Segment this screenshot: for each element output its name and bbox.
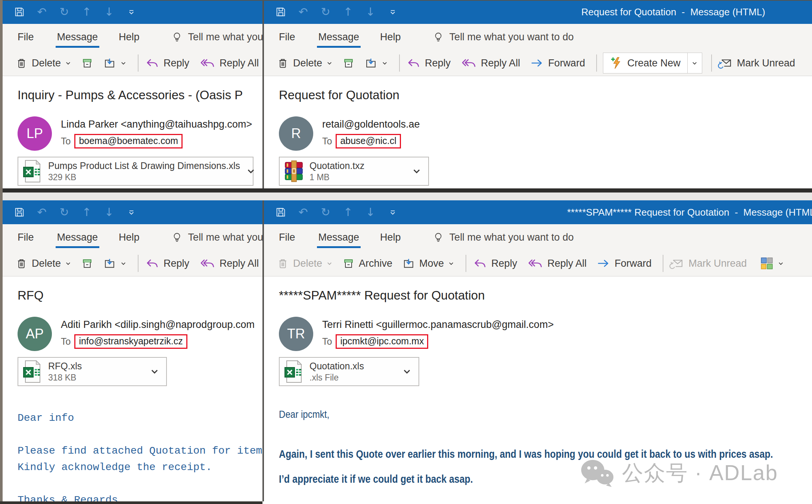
- arrow-down-icon[interactable]: ↓: [103, 5, 115, 19]
- body-line: I’d appreciate it if we could get it bac…: [279, 473, 473, 485]
- watermark-text: 公众号 · ADLab: [622, 459, 778, 488]
- arrow-up-icon[interactable]: ↑: [342, 206, 354, 219]
- avatar[interactable]: AP: [18, 317, 52, 351]
- move-button[interactable]: [103, 257, 127, 270]
- tab-file[interactable]: File: [17, 30, 35, 44]
- categories-button[interactable]: [760, 257, 784, 270]
- delete-button[interactable]: Delete: [15, 257, 71, 270]
- mark-unread-button[interactable]: Mark Unread: [718, 57, 795, 69]
- attachment-chip[interactable]: RFQ.xls 318 KB: [18, 357, 167, 386]
- reply-all-button[interactable]: Reply All: [460, 57, 520, 69]
- tab-file[interactable]: File: [278, 30, 296, 44]
- chevron-down-icon[interactable]: [778, 260, 784, 267]
- tell-me-label: Tell me what you want to do: [188, 232, 262, 243]
- avatar[interactable]: LP: [18, 116, 52, 151]
- move-button[interactable]: Move: [402, 257, 454, 270]
- forward-button[interactable]: Forward: [596, 257, 651, 269]
- create-new-dropdown[interactable]: [687, 53, 702, 73]
- recipient-address-highlighted[interactable]: boema@boematec.com: [74, 134, 183, 148]
- chevron-down-icon[interactable]: [402, 367, 412, 376]
- create-new-button[interactable]: Create New: [603, 53, 702, 73]
- arrow-down-icon[interactable]: ↓: [364, 206, 377, 219]
- redo-icon[interactable]: ↻: [319, 5, 332, 19]
- move-folder-icon: [103, 57, 116, 69]
- titlebar: ↶ ↻ ↑ ↓: [3, 200, 262, 224]
- arrow-down-icon[interactable]: ↓: [364, 5, 377, 19]
- redo-icon[interactable]: ↻: [58, 5, 71, 19]
- tab-message[interactable]: Message: [318, 30, 360, 44]
- reply-button[interactable]: Reply: [406, 57, 451, 69]
- attachment-chip[interactable]: Quotation.txz 1 MB: [279, 157, 429, 186]
- customize-quick-access-icon[interactable]: [125, 206, 138, 219]
- tell-me-search[interactable]: Tell me what you want to do: [432, 232, 574, 244]
- undo-icon[interactable]: ↶: [35, 206, 48, 219]
- attachment-chip[interactable]: Quotation.xls .xls File: [279, 357, 419, 386]
- customize-quick-access-icon[interactable]: [386, 206, 399, 219]
- undo-icon[interactable]: ↶: [35, 5, 48, 19]
- sender-name[interactable]: Terri Rinetti <guillermoc.panamascrub@gm…: [322, 319, 554, 331]
- forward-button[interactable]: Forward: [530, 57, 585, 69]
- redo-icon[interactable]: ↻: [319, 206, 332, 219]
- tab-help[interactable]: Help: [118, 30, 140, 44]
- sender-name[interactable]: retail@goldentools.ae: [322, 119, 420, 130]
- reply-button[interactable]: Reply: [144, 257, 189, 269]
- avatar[interactable]: TR: [279, 317, 313, 351]
- move-button[interactable]: [103, 57, 127, 69]
- chevron-down-icon[interactable]: [382, 60, 388, 66]
- chevron-down-icon[interactable]: [448, 260, 454, 267]
- attachment-chip[interactable]: Pumps Product List & Drawing Dimensions.…: [18, 157, 253, 186]
- reply-all-button[interactable]: Reply All: [527, 257, 587, 269]
- undo-icon[interactable]: ↶: [297, 5, 309, 19]
- tab-file[interactable]: File: [17, 230, 35, 245]
- move-button[interactable]: [364, 57, 388, 69]
- ribbon-separator: [596, 54, 597, 72]
- reply-all-button[interactable]: Reply All: [199, 57, 259, 69]
- sender-name[interactable]: Linda Parker <anything@taihuashpg.com>: [61, 119, 252, 130]
- reply-all-button[interactable]: Reply All: [199, 257, 259, 269]
- tab-help[interactable]: Help: [379, 230, 402, 245]
- tab-message[interactable]: Message: [318, 230, 360, 245]
- chevron-down-icon[interactable]: [412, 166, 421, 176]
- delete-button[interactable]: Delete: [15, 57, 71, 69]
- tab-help[interactable]: Help: [379, 30, 402, 44]
- customize-quick-access-icon[interactable]: [386, 5, 399, 19]
- tab-message[interactable]: Message: [56, 30, 99, 44]
- save-icon[interactable]: [274, 206, 287, 219]
- undo-icon[interactable]: ↶: [297, 206, 309, 219]
- archive-button[interactable]: Archive: [342, 257, 392, 270]
- sender-name[interactable]: Aditi Parikh <dilip.singh@naprodgroup.co…: [61, 319, 255, 331]
- archive-button[interactable]: [81, 257, 93, 270]
- arrow-up-icon[interactable]: ↑: [342, 5, 354, 19]
- reply-button[interactable]: Reply: [144, 57, 189, 69]
- tab-message[interactable]: Message: [56, 230, 99, 245]
- arrow-down-icon[interactable]: ↓: [103, 206, 115, 219]
- chevron-down-icon[interactable]: [65, 260, 71, 267]
- chevron-down-icon[interactable]: [326, 60, 333, 66]
- chevron-down-icon[interactable]: [120, 260, 127, 267]
- tell-me-search[interactable]: Tell me what you want to do: [171, 31, 262, 43]
- recipient-address-highlighted[interactable]: abuse@nic.cl: [336, 134, 401, 148]
- customize-quick-access-icon[interactable]: [125, 5, 138, 19]
- archive-button[interactable]: [81, 57, 93, 69]
- arrow-up-icon[interactable]: ↑: [80, 5, 93, 19]
- save-icon[interactable]: [274, 5, 287, 19]
- save-icon[interactable]: [13, 206, 26, 219]
- chevron-down-icon[interactable]: [120, 60, 127, 66]
- tab-help[interactable]: Help: [118, 230, 140, 245]
- chevron-down-icon[interactable]: [246, 166, 256, 176]
- body-line: Kindly acknowledge the receipt.: [18, 461, 212, 473]
- recipient-address-highlighted[interactable]: ipcmkt@ipc.com.mx: [336, 334, 428, 349]
- redo-icon[interactable]: ↻: [58, 206, 71, 219]
- tell-me-search[interactable]: Tell me what you want to do: [432, 31, 574, 43]
- avatar[interactable]: R: [279, 116, 313, 151]
- reply-button[interactable]: Reply: [472, 257, 517, 269]
- save-icon[interactable]: [13, 5, 26, 19]
- tab-file[interactable]: File: [278, 230, 296, 245]
- chevron-down-icon[interactable]: [65, 60, 71, 66]
- tell-me-search[interactable]: Tell me what you want to do: [171, 232, 262, 244]
- archive-button[interactable]: [342, 57, 355, 69]
- recipient-address-highlighted[interactable]: info@stranskyapetrzik.cz: [74, 334, 187, 349]
- delete-button[interactable]: Delete: [277, 57, 333, 69]
- chevron-down-icon[interactable]: [150, 367, 159, 376]
- arrow-up-icon[interactable]: ↑: [80, 206, 93, 219]
